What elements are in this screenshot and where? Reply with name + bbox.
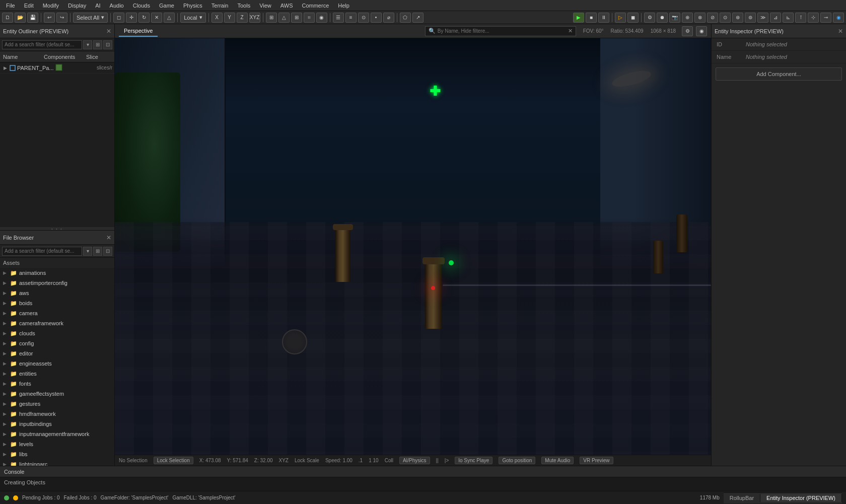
resize-handle[interactable]: • • • <box>0 227 114 230</box>
file-item-aws[interactable]: ▶ 📁 aws <box>0 288 114 298</box>
vr-preview-btn[interactable]: VR Preview <box>580 457 613 464</box>
file-item-assetimporterconfig[interactable]: ▶ 📁 assetimporterconfig <box>0 278 114 288</box>
entity-outliner-search-input[interactable] <box>2 40 82 49</box>
toolbar-stop[interactable]: ■ <box>586 13 597 23</box>
file-browser-search-input[interactable] <box>2 247 82 256</box>
rollupbar-tab[interactable]: RollupBar <box>724 494 760 502</box>
toolbar-angle[interactable]: ⌗ <box>304 13 315 23</box>
toolbar-misc11[interactable]: ⊹ <box>808 13 819 23</box>
viewport-search-input[interactable] <box>438 28 566 34</box>
toolbar-bullet[interactable]: ⊙ <box>358 13 369 23</box>
menu-modify[interactable]: Modify <box>39 2 63 10</box>
goto-position-btn[interactable]: Goto position <box>499 457 535 464</box>
menu-commerce[interactable]: Commerce <box>298 2 333 10</box>
search-clear-icon[interactable]: ✕ <box>568 28 573 34</box>
viewport-tab-perspective[interactable]: Perspective <box>119 26 158 37</box>
local-dropdown[interactable]: Local ▾ <box>180 13 205 23</box>
select-all-dropdown[interactable]: Select All ▾ <box>73 13 108 23</box>
toolbar-misc8[interactable]: ⊿ <box>770 13 781 23</box>
toolbar-terrain[interactable]: △ <box>164 13 175 23</box>
file-item-inputmgmt[interactable]: ▶ 📁 inputmanagementframework <box>0 429 114 439</box>
toolbar-misc1[interactable]: ⊕ <box>682 13 693 23</box>
file-item-levels[interactable]: ▶ 📁 levels <box>0 439 114 449</box>
menu-tools[interactable]: Tools <box>233 2 254 10</box>
toolbar-snap[interactable]: ⊞ <box>266 13 277 23</box>
toolbar-settings[interactable]: ⚙ <box>644 13 655 23</box>
file-item-inputbindings[interactable]: ▶ 📁 inputbindings <box>0 419 114 429</box>
outliner-row[interactable]: ▶ PARENT_Pa... slices/r <box>0 62 114 74</box>
search-filter-btn[interactable]: ▾ <box>83 40 92 49</box>
entity-outliner-close[interactable]: ✕ <box>106 28 111 35</box>
lock-selection-btn[interactable]: Lock Selection <box>154 457 193 464</box>
toolbar-rotate[interactable]: ↻ <box>138 13 150 23</box>
entity-inspector-close[interactable]: ✕ <box>838 28 843 35</box>
toolbar-misc7[interactable]: ≫ <box>757 13 768 23</box>
viewport-search-bar[interactable]: 🔍 ✕ <box>425 26 576 36</box>
menu-ai[interactable]: AI <box>91 2 104 10</box>
file-item-lightningarc[interactable]: ▶ 📁 lightningarc <box>0 459 114 466</box>
file-item-gameeffectsystem[interactable]: ▶ 📁 gameeffectsystem <box>0 389 114 399</box>
toolbar-misc3[interactable]: ⊘ <box>707 13 718 23</box>
search-layout-btn[interactable]: ⊞ <box>93 40 102 49</box>
toolbar-lasso[interactable]: ⬠ <box>400 13 411 23</box>
menu-terrain[interactable]: Terrain <box>207 2 233 10</box>
file-item-animations[interactable]: ▶ 📁 animations <box>0 268 114 278</box>
toolbar-cam[interactable]: ◉ <box>316 13 327 23</box>
toolbar-misc4[interactable]: ⊙ <box>720 13 731 23</box>
file-item-hmdframework[interactable]: ▶ 📁 hmdframework <box>0 409 114 419</box>
toolbar-misc10[interactable]: ⊺ <box>795 13 806 23</box>
viewport-settings-btn[interactable]: ⚙ <box>682 26 693 36</box>
toolbar-list[interactable]: ☰ <box>333 13 344 23</box>
toolbar-new[interactable]: 🗋 <box>2 13 13 23</box>
menu-game[interactable]: Game <box>155 2 178 10</box>
toolbar-z[interactable]: Z <box>237 13 248 23</box>
toolbar-misc2[interactable]: ⊗ <box>694 13 706 23</box>
expand-icon[interactable]: ▶ <box>2 65 8 71</box>
toolbar-snap2[interactable]: △ <box>278 13 290 23</box>
toolbar-misc5[interactable]: ⊛ <box>732 13 743 23</box>
file-item-cameraframework[interactable]: ▶ 📁 cameraframework <box>0 318 114 328</box>
menu-help[interactable]: Help <box>334 2 354 10</box>
file-item-libs[interactable]: ▶ 📁 libs <box>0 449 114 459</box>
menu-physics[interactable]: Physics <box>179 2 206 10</box>
fb-options-btn[interactable]: ⊡ <box>103 247 112 256</box>
toolbar-brush[interactable]: ⌀ <box>383 13 394 23</box>
toolbar-scale[interactable]: ✕ <box>151 13 162 23</box>
add-component-btn[interactable]: Add Component... <box>716 67 842 81</box>
toolbar-misc6[interactable]: ⊚ <box>745 13 756 23</box>
menu-clouds[interactable]: Clouds <box>129 2 154 10</box>
toolbar-play[interactable]: ▶ <box>573 13 584 23</box>
file-item-config[interactable]: ▶ 📁 config <box>0 338 114 348</box>
file-item-camera[interactable]: ▶ 📁 camera <box>0 308 114 318</box>
toolbar-x[interactable]: X <box>212 13 223 23</box>
toolbar-wifi[interactable]: ◉ <box>833 13 844 23</box>
toolbar-arrow[interactable]: ↗ <box>412 13 424 23</box>
toolbar-screenshot[interactable]: 📷 <box>669 13 680 23</box>
toolbar-undo[interactable]: ↩ <box>44 13 55 23</box>
search-options-btn[interactable]: ⊡ <box>103 40 112 49</box>
ai-physics-btn[interactable]: AI/Physics <box>399 457 430 464</box>
viewport-canvas[interactable]: ✚ No Selection Lock Selection X: 473.08 <box>115 38 711 466</box>
toolbar-misc12[interactable]: ⊸ <box>820 13 831 23</box>
entity-inspector-tab[interactable]: Entity Inspector (PREVIEW) <box>760 494 842 502</box>
toolbar-list2[interactable]: ≡ <box>345 13 357 23</box>
toolbar-open[interactable]: 📂 <box>15 13 26 23</box>
mute-audio-btn[interactable]: Mute Audio <box>541 457 574 464</box>
toolbar-misc9[interactable]: ⊾ <box>783 13 794 23</box>
toolbar-save[interactable]: 💾 <box>27 13 38 23</box>
file-item-clouds[interactable]: ▶ 📁 clouds <box>0 328 114 338</box>
toolbar-xyz[interactable]: XYZ <box>249 13 260 23</box>
viewport-camera-btn[interactable]: ◉ <box>696 26 707 36</box>
file-item-fonts[interactable]: ▶ 📁 fonts <box>0 379 114 389</box>
toolbar-redo[interactable]: ↪ <box>56 13 67 23</box>
file-item-gestures[interactable]: ▶ 📁 gestures <box>0 399 114 409</box>
toolbar-dot[interactable]: • <box>371 13 382 23</box>
file-item-entities[interactable]: ▶ 📁 entities <box>0 369 114 379</box>
toolbar-pause[interactable]: ⏸ <box>598 13 609 23</box>
menu-file[interactable]: File <box>2 2 19 10</box>
toolbar-record[interactable]: ⏺ <box>657 13 668 23</box>
toolbar-y[interactable]: Y <box>224 13 235 23</box>
fb-filter-btn[interactable]: ▾ <box>83 247 92 256</box>
file-item-engineassets[interactable]: ▶ 📁 engineassets <box>0 358 114 369</box>
sync-play-btn[interactable]: Io Sync Playe <box>455 457 492 464</box>
